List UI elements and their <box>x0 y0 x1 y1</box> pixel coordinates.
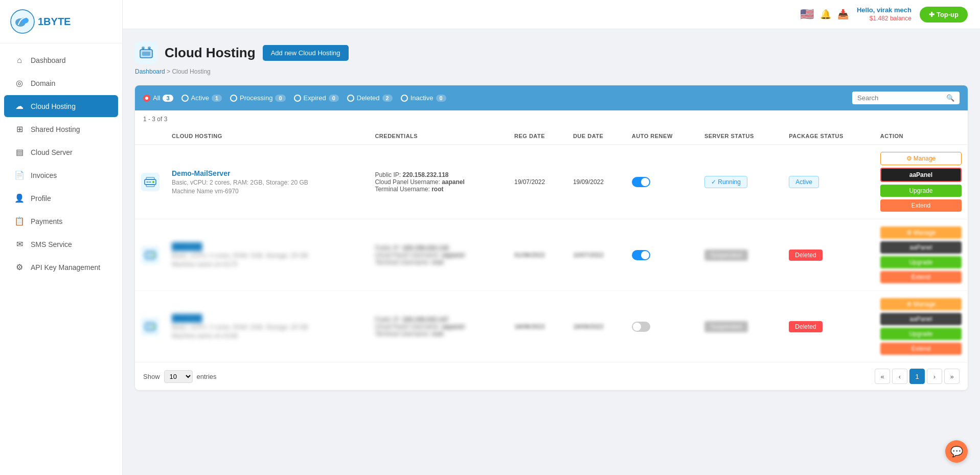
page-prev-button[interactable]: ‹ <box>892 369 907 384</box>
download-icon[interactable]: 📥 <box>837 9 849 20</box>
col-action: ACTION <box>874 128 968 145</box>
add-cloud-hosting-button[interactable]: Add new Cloud Hosting <box>263 45 349 61</box>
row1-actions: ⚙ Manage aaPanel Upgrade Extend <box>880 152 962 212</box>
sidebar-label-shared-hosting: Shared Hosting <box>31 125 80 133</box>
per-page-select[interactable]: 10 25 50 100 <box>164 370 193 383</box>
breadcrumb-home[interactable]: Dashboard <box>135 68 165 75</box>
sidebar-item-shared-hosting[interactable]: ⊞ Shared Hosting <box>4 118 118 140</box>
row1-auto-renew-toggle[interactable] <box>632 177 650 187</box>
entries-label: entries <box>197 373 217 380</box>
sidebar-item-payments[interactable]: 📋 Payments <box>4 210 118 232</box>
logo-area: 1BYTE <box>0 0 122 43</box>
row1-manage-button[interactable]: ⚙ Manage <box>880 152 962 165</box>
row1-upgrade-button[interactable]: Upgrade <box>880 185 962 197</box>
sidebar-label-payments: Payments <box>31 217 62 225</box>
shared-hosting-icon: ⊞ <box>14 124 25 134</box>
svg-point-2 <box>20 17 29 24</box>
row3-name: ██████ <box>172 314 202 322</box>
row1-reg-date: 19/07/2022 <box>514 178 545 186</box>
row1-aapanel-button[interactable]: aaPanel <box>880 168 962 182</box>
filter-radio-all <box>143 95 150 102</box>
sidebar-item-domain[interactable]: ◎ Domain <box>4 72 118 94</box>
filter-deleted-label: Deleted <box>357 94 380 102</box>
main-content: 🇺🇸 🔔 📥 Hello, virak mech $1.482 balance … <box>123 0 980 475</box>
filter-radio-active <box>181 95 189 102</box>
sidebar-label-domain: Domain <box>31 79 55 87</box>
sidebar-label-cloud-server: Cloud Server <box>31 148 73 156</box>
chat-bubble[interactable]: 💬 <box>945 440 968 463</box>
sidebar-item-cloud-server[interactable]: ▤ Cloud Server <box>4 141 118 163</box>
row3-manage-button[interactable]: ⚙ Manage <box>880 298 962 310</box>
row2-actions: ⚙ Manage aaPanel Upgrade Extend <box>880 227 962 283</box>
row3-reg-date: 18/08/2022 <box>514 323 545 330</box>
row2-manage-button[interactable]: ⚙ Manage <box>880 227 962 239</box>
main-card: All 3 Active 1 Processing 0 <box>135 85 968 390</box>
sidebar-item-dashboard[interactable]: ⌂ Dashboard <box>4 50 118 71</box>
sidebar-item-invoices[interactable]: 📄 Invoices <box>4 164 118 186</box>
row2-reg-date: 01/08/2022 <box>514 252 545 259</box>
pagination: « ‹ 1 › » <box>875 369 960 384</box>
row2-auto-renew-toggle[interactable] <box>632 250 650 260</box>
sidebar-item-sms-service[interactable]: ✉ SMS Service <box>4 233 118 255</box>
row3-auto-renew-toggle[interactable] <box>632 322 650 332</box>
filter-active[interactable]: Active 1 <box>181 94 222 102</box>
row2-package-status: Deleted <box>789 250 822 261</box>
table-row: ██████ Basic, vCPU: 2 cores, RAM: 2GB, S… <box>135 291 968 363</box>
page-1-button[interactable]: 1 <box>909 369 925 384</box>
page-next-button[interactable]: › <box>927 369 942 384</box>
cloud-hosting-icon: ☁ <box>14 101 25 111</box>
filter-processing[interactable]: Processing 0 <box>230 94 285 102</box>
row2-extend-button[interactable]: Extend <box>880 271 962 283</box>
sms-icon: ✉ <box>14 239 25 249</box>
filter-radio-processing <box>230 95 237 102</box>
search-input[interactable] <box>857 94 943 102</box>
sidebar-item-profile[interactable]: 👤 Profile <box>4 187 118 209</box>
page-last-button[interactable]: » <box>944 369 960 384</box>
row1-name[interactable]: Demo-MailServer <box>172 169 230 177</box>
row1-hosting-icon <box>141 173 159 191</box>
col-credentials: CREDENTIALS <box>369 128 508 145</box>
toggle-thumb <box>641 178 649 186</box>
filter-all[interactable]: All 3 <box>143 94 173 102</box>
sidebar-label-api-key: API Key Management <box>31 263 100 272</box>
row3-upgrade-button[interactable]: Upgrade <box>880 328 962 340</box>
filter-active-badge: 1 <box>212 95 222 102</box>
page-title: Cloud Hosting <box>165 45 256 61</box>
row3-hosting-icon <box>141 318 159 336</box>
row3-aapanel-button[interactable]: aaPanel <box>880 313 962 325</box>
filter-options: All 3 Active 1 Processing 0 <box>143 94 446 102</box>
sidebar-item-cloud-hosting[interactable]: ☁ Cloud Hosting <box>4 95 118 117</box>
page-header: Cloud Hosting Add new Cloud Hosting <box>135 41 968 64</box>
filter-expired[interactable]: Expired 0 <box>294 94 339 102</box>
filter-deleted[interactable]: Deleted 2 <box>347 94 393 102</box>
result-count: 1 - 3 of 3 <box>135 110 968 128</box>
row1-extend-button[interactable]: Extend <box>880 199 962 212</box>
table-footer: Show 10 25 50 100 entries « ‹ 1 › » <box>135 363 968 390</box>
flag-icon[interactable]: 🇺🇸 <box>800 8 814 21</box>
topup-button[interactable]: ✚ Top-up <box>920 7 968 22</box>
filter-inactive[interactable]: Inactive 0 <box>401 94 446 102</box>
chat-icon: 💬 <box>950 445 963 458</box>
row2-aapanel-button[interactable]: aaPanel <box>880 241 962 254</box>
page-header-icon <box>135 41 157 64</box>
row2-detail: Basic, vCPU: 2 cores, RAM: 2GB, Storage:… <box>172 252 362 259</box>
page-first-button[interactable]: « <box>875 369 890 384</box>
filter-expired-badge: 0 <box>329 95 339 102</box>
row1-ip-label: Public IP: 220.158.232.118 <box>375 171 502 178</box>
row1-terminal-label: Terminal Username: root <box>375 186 502 193</box>
sidebar-nav: ⌂ Dashboard ◎ Domain ☁ Cloud Hosting ⊞ S… <box>0 43 122 284</box>
row3-extend-button[interactable]: Extend <box>880 343 962 355</box>
row2-upgrade-button[interactable]: Upgrade <box>880 256 962 268</box>
svg-point-13 <box>152 254 154 256</box>
row2-due-date: 10/07/2022 <box>573 252 604 259</box>
row3-machine: Machine name vm-5148 <box>172 332 362 340</box>
breadcrumb: Dashboard > Cloud Hosting <box>135 68 968 75</box>
sidebar: 1BYTE ⌂ Dashboard ◎ Domain ☁ Cloud Hosti… <box>0 0 123 475</box>
filter-active-label: Active <box>191 94 209 102</box>
search-icon: 🔍 <box>946 94 954 102</box>
sidebar-label-invoices: Invoices <box>31 171 57 179</box>
col-due-date: DUE DATE <box>567 128 626 145</box>
show-entries: Show 10 25 50 100 entries <box>143 370 217 383</box>
notification-icon[interactable]: 🔔 <box>820 9 831 20</box>
sidebar-item-api-key[interactable]: ⚙ API Key Management <box>4 256 118 278</box>
